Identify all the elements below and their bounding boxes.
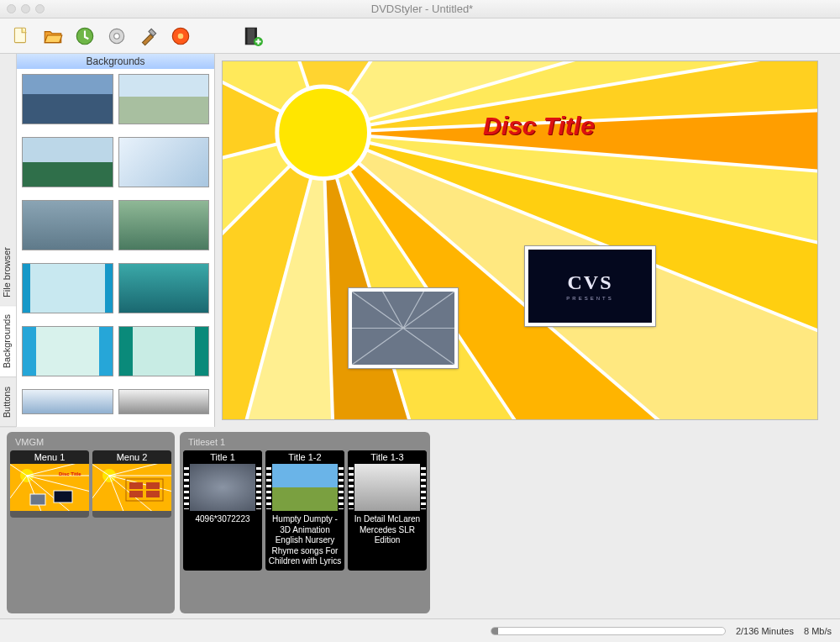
menu-card-thumb: Disc Title [10, 464, 89, 511]
vmgm-group[interactable]: VMGM Menu 1 Disc Title Menu 2 [7, 432, 175, 613]
menu-card-title: Menu 2 [92, 450, 171, 464]
background-thumb[interactable] [118, 263, 210, 313]
bitrate-label: 8 Mb/s [804, 626, 832, 636]
save-button[interactable] [72, 24, 97, 49]
background-thumb[interactable] [118, 389, 210, 414]
svg-rect-60 [146, 482, 160, 489]
backgrounds-panel: Backgrounds [17, 54, 215, 427]
menu-card-title: Menu 1 [10, 450, 89, 464]
close-window-icon[interactable] [7, 4, 16, 13]
background-thumb[interactable] [118, 200, 210, 250]
cvs-presents-text: PRESENTS [566, 296, 613, 301]
menu-card-thumb [92, 464, 171, 511]
menu-video-thumb-2[interactable]: CVS PRESENTS [525, 246, 655, 326]
title-card[interactable]: Title 1-2 Humpty Dumpty - 3D Animation E… [265, 450, 344, 571]
background-thumb[interactable] [118, 137, 210, 187]
svg-point-27 [277, 87, 370, 179]
sidebar-tabs: File browser Backgrounds Buttons [0, 54, 17, 427]
toolbar [0, 18, 840, 54]
menu-card-body [10, 511, 89, 518]
title-card-desc: In Detail McLaren Mercedes SLR Edition [348, 511, 427, 571]
title-card-title: Title 1-2 [265, 450, 344, 464]
cvs-logo-text: CVS [567, 271, 612, 294]
svg-text:Disc Title: Disc Title [59, 471, 81, 476]
title-card-thumb [348, 464, 427, 511]
svg-point-5 [178, 33, 184, 39]
add-video-button[interactable] [240, 24, 265, 49]
canvas-area: Disc Title CVS PRESENTS [215, 54, 840, 427]
tab-backgrounds[interactable]: Backgrounds [0, 306, 16, 377]
window-title: DVDStyler - Untitled* [45, 3, 800, 15]
svg-rect-59 [129, 482, 143, 489]
background-thumb[interactable] [118, 326, 210, 376]
tools-button[interactable] [136, 24, 161, 49]
backgrounds-grid[interactable] [17, 69, 214, 427]
zoom-window-icon[interactable] [35, 4, 45, 13]
menu-card[interactable]: Menu 2 [92, 450, 171, 518]
window-controls[interactable] [7, 4, 45, 13]
background-thumb[interactable] [22, 263, 113, 313]
minutes-label: 2/136 Minutes [736, 626, 794, 636]
menu-card-body [92, 511, 171, 518]
svg-point-3 [114, 33, 120, 39]
disc-title-text[interactable]: Disc Title [483, 112, 595, 140]
disc-usage-progress [491, 627, 726, 635]
svg-rect-47 [30, 494, 45, 505]
tab-file-browser[interactable]: File browser [0, 239, 16, 307]
title-card[interactable]: Title 1 4096*3072223 [183, 450, 262, 571]
timeline: VMGM Menu 1 Disc Title Menu 2 Titleset 1 [0, 427, 840, 618]
burn-button[interactable] [168, 24, 193, 49]
title-bar: DVDStyler - Untitled* [0, 0, 840, 18]
menu-video-thumb-1[interactable] [349, 288, 458, 368]
svg-rect-61 [129, 491, 143, 497]
background-thumb[interactable] [118, 74, 210, 124]
title-card-title: Title 1-3 [348, 450, 427, 464]
background-thumb[interactable] [22, 74, 113, 124]
status-bar: 2/136 Minutes 8 Mb/s [0, 618, 840, 642]
open-button[interactable] [40, 24, 66, 49]
title-card-title: Title 1 [183, 450, 262, 464]
titleset-label: Titleset 1 [183, 435, 427, 450]
svg-rect-62 [146, 491, 160, 497]
title-card-desc: Humpty Dumpty - 3D Animation English Nur… [265, 511, 344, 571]
title-card[interactable]: Title 1-3 In Detail McLaren Mercedes SLR… [348, 450, 427, 571]
backgrounds-panel-header: Backgrounds [17, 54, 214, 69]
background-thumb[interactable] [22, 389, 113, 414]
minimize-window-icon[interactable] [21, 4, 30, 13]
menu-card[interactable]: Menu 1 Disc Title [10, 450, 89, 518]
title-card-thumb [265, 464, 344, 511]
tab-buttons[interactable]: Buttons [0, 378, 16, 427]
title-card-thumb [183, 464, 262, 511]
background-thumb[interactable] [22, 137, 113, 187]
titleset-group[interactable]: Titleset 1 Title 1 4096*3072223 Title 1-… [180, 432, 430, 613]
vmgm-label: VMGM [10, 435, 171, 450]
background-thumb[interactable] [22, 326, 113, 376]
background-thumb[interactable] [22, 200, 113, 250]
title-card-desc: 4096*3072223 [183, 511, 262, 571]
new-button[interactable] [8, 24, 34, 49]
svg-rect-46 [54, 491, 72, 503]
menu-canvas[interactable]: Disc Title CVS PRESENTS [222, 61, 818, 420]
settings-button[interactable] [104, 24, 129, 49]
svg-rect-7 [245, 28, 247, 45]
